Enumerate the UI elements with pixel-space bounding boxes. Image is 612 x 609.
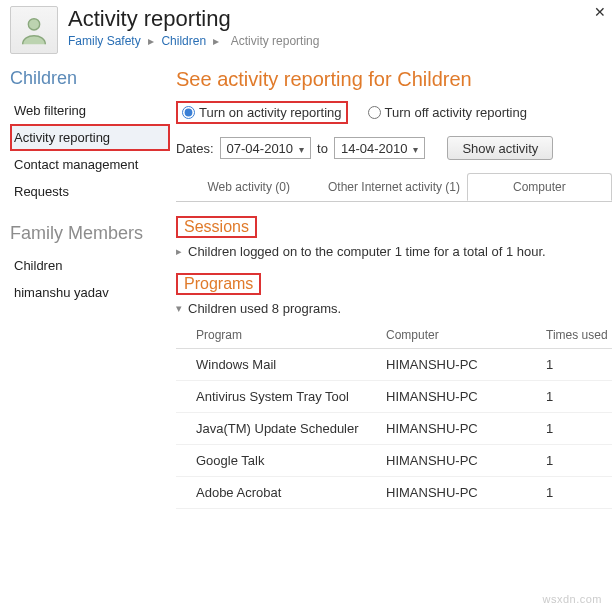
table-row: Antivirus System Tray ToolHIMANSHU-PC1 bbox=[176, 381, 612, 413]
table-row: Java(TM) Update SchedulerHIMANSHU-PC1 bbox=[176, 413, 612, 445]
radio-off[interactable] bbox=[368, 106, 381, 119]
date-to-label: to bbox=[317, 141, 328, 156]
cell-times: 1 bbox=[526, 445, 612, 477]
breadcrumb-family-safety[interactable]: Family Safety bbox=[68, 34, 141, 48]
main-title: See activity reporting for Children bbox=[176, 68, 612, 91]
close-icon[interactable]: ✕ bbox=[594, 4, 606, 20]
breadcrumb-children[interactable]: Children bbox=[161, 34, 206, 48]
date-to-select[interactable]: 14-04-2010 bbox=[334, 137, 426, 159]
sidebar-heading-family: Family Members bbox=[10, 223, 170, 244]
sidebar-item-requests[interactable]: Requests bbox=[10, 178, 170, 205]
cell-program: Antivirus System Tray Tool bbox=[176, 381, 366, 413]
page-title: Activity reporting bbox=[68, 6, 602, 32]
col-computer: Computer bbox=[366, 322, 526, 349]
svg-point-0 bbox=[28, 19, 39, 30]
col-program: Program bbox=[176, 322, 366, 349]
cell-program: Windows Mail bbox=[176, 349, 366, 381]
sessions-heading: Sessions bbox=[176, 216, 257, 238]
table-row: Windows MailHIMANSHU-PC1 bbox=[176, 349, 612, 381]
cell-program: Google Talk bbox=[176, 445, 366, 477]
user-avatar-icon bbox=[10, 6, 58, 54]
programs-summary[interactable]: Children used 8 programs. bbox=[176, 301, 612, 316]
chevron-down-icon bbox=[299, 141, 304, 156]
cell-computer: HIMANSHU-PC bbox=[366, 381, 526, 413]
tab-web-activity[interactable]: Web activity (0) bbox=[176, 173, 321, 201]
sidebar-item-activity-reporting[interactable]: Activity reporting bbox=[10, 124, 170, 151]
breadcrumb-current: Activity reporting bbox=[231, 34, 320, 48]
cell-times: 1 bbox=[526, 349, 612, 381]
dates-label: Dates: bbox=[176, 141, 214, 156]
cell-computer: HIMANSHU-PC bbox=[366, 413, 526, 445]
sidebar-item-web-filtering[interactable]: Web filtering bbox=[10, 97, 170, 124]
cell-computer: HIMANSHU-PC bbox=[366, 477, 526, 509]
radio-on-label: Turn on activity reporting bbox=[199, 105, 342, 120]
sidebar-member-himanshu[interactable]: himanshu yadav bbox=[10, 279, 170, 306]
sessions-summary[interactable]: Children logged on to the computer 1 tim… bbox=[176, 244, 612, 259]
cell-times: 1 bbox=[526, 477, 612, 509]
sidebar-heading-children: Children bbox=[10, 68, 170, 89]
radio-off-label: Turn off activity reporting bbox=[385, 105, 527, 120]
cell-times: 1 bbox=[526, 413, 612, 445]
radio-on[interactable] bbox=[182, 106, 195, 119]
sidebar-member-children[interactable]: Children bbox=[10, 252, 170, 279]
cell-program: Java(TM) Update Scheduler bbox=[176, 413, 366, 445]
date-from-select[interactable]: 07-04-2010 bbox=[220, 137, 312, 159]
breadcrumb: Family Safety ▸ Children ▸ Activity repo… bbox=[68, 34, 602, 48]
sidebar-item-contact-management[interactable]: Contact management bbox=[10, 151, 170, 178]
col-times: Times used bbox=[526, 322, 612, 349]
table-row: Adobe AcrobatHIMANSHU-PC1 bbox=[176, 477, 612, 509]
cell-computer: HIMANSHU-PC bbox=[366, 445, 526, 477]
cell-times: 1 bbox=[526, 381, 612, 413]
table-row: Google TalkHIMANSHU-PC1 bbox=[176, 445, 612, 477]
cell-computer: HIMANSHU-PC bbox=[366, 349, 526, 381]
watermark: wsxdn.com bbox=[542, 593, 602, 605]
show-activity-button[interactable]: Show activity bbox=[447, 136, 553, 160]
programs-heading: Programs bbox=[176, 273, 261, 295]
chevron-down-icon bbox=[413, 141, 418, 156]
programs-table: Program Computer Times used Windows Mail… bbox=[176, 322, 612, 509]
tab-computer[interactable]: Computer bbox=[467, 173, 612, 201]
tab-other-internet[interactable]: Other Internet activity (1) bbox=[321, 173, 466, 201]
cell-program: Adobe Acrobat bbox=[176, 477, 366, 509]
